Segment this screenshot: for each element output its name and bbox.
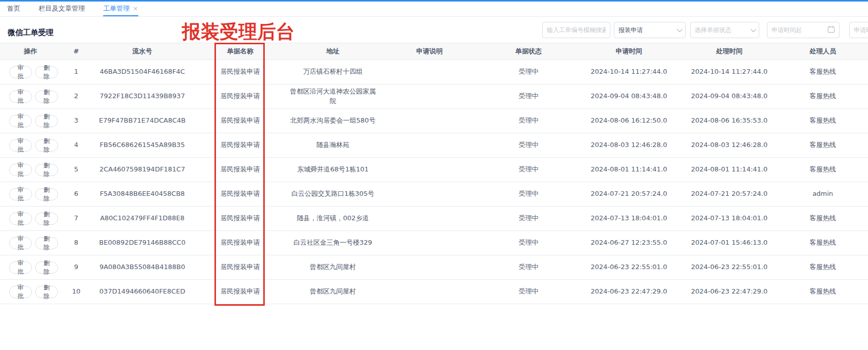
- address: 万店镇石桥村十四组: [287, 67, 379, 77]
- table-row: 审批 删除 8 BE00892DE79146B88CC0 居民报装申请 白云社区…: [0, 231, 868, 255]
- approve-button[interactable]: 审批: [9, 164, 32, 176]
- delete-button[interactable]: 删除: [35, 164, 58, 176]
- address: 曾都区九间屋村: [287, 287, 379, 297]
- handler: admin: [778, 189, 868, 199]
- tab-home[interactable]: 首页: [7, 2, 20, 16]
- row-index: 10: [61, 287, 91, 297]
- delete-button[interactable]: 删除: [35, 237, 58, 249]
- doc-status-placeholder: 选择单据状态: [695, 26, 731, 35]
- handle-time: 2024-06-23 22:47:29.0: [681, 287, 778, 297]
- order-number-search-field: [542, 22, 610, 38]
- serial-number: 9A080A3B55084B4188B0: [91, 262, 193, 272]
- apply-date-to-input[interactable]: [850, 22, 868, 38]
- doc-type-select[interactable]: 报装申请: [614, 22, 686, 38]
- tab-article-management-label: 栏目及文章管理: [39, 4, 85, 13]
- delete-button[interactable]: 删除: [35, 91, 58, 103]
- address-text: 东城舜井道68号1栋101: [297, 165, 369, 174]
- address-text: 北郊两水沟居委会一组580号: [290, 116, 376, 126]
- delete-button[interactable]: 删除: [35, 261, 58, 274]
- doc-name: 居民报装申请: [193, 287, 287, 297]
- header-serial: 流水号: [91, 47, 193, 56]
- row-actions: 审批 删除: [0, 213, 61, 225]
- delete-button[interactable]: 删除: [35, 213, 58, 225]
- delete-button[interactable]: 删除: [35, 66, 58, 78]
- handler: 客服热线: [778, 214, 868, 223]
- close-icon[interactable]: ×: [133, 5, 138, 12]
- apply-time: 2024-07-21 20:57:24.0: [577, 189, 681, 199]
- header-handle-time: 处理时间: [681, 47, 778, 56]
- handle-time: 2024-08-03 12:46:28.0: [681, 140, 778, 150]
- doc-status-select[interactable]: 选择单据状态: [690, 22, 759, 38]
- header-handler: 处理人员: [778, 47, 868, 56]
- row-index: 4: [61, 140, 91, 150]
- tab-work-order-management[interactable]: 工单管理 ×: [103, 2, 138, 16]
- address-text: 白云公园交叉路口1栋305号: [291, 189, 374, 199]
- serial-number: 2CA4607598194DF181C7: [91, 165, 193, 174]
- approve-button[interactable]: 审批: [9, 91, 32, 103]
- apply-time: 2024-06-23 22:47:29.0: [577, 287, 681, 297]
- address: 随县瀚林苑: [287, 140, 379, 150]
- row-actions: 审批 删除: [0, 66, 61, 78]
- serial-number: E79F47BB71E74DCA8C4B: [91, 116, 193, 126]
- approve-button[interactable]: 审批: [9, 66, 32, 78]
- table-row: 审批 删除 7 A80C102479FF4F1D88E8 居民报装申请 随县，淮…: [0, 207, 868, 231]
- tab-bar: 首页 栏目及文章管理 工单管理 ×: [0, 2, 868, 17]
- approve-button[interactable]: 审批: [9, 115, 32, 127]
- doc-name: 居民报装申请: [193, 189, 287, 199]
- table-row: 审批 删除 5 2CA4607598194DF181C7 居民报装申请 东城舜井…: [0, 158, 868, 182]
- row-index: 5: [61, 165, 91, 174]
- doc-status: 受理中: [480, 67, 577, 77]
- doc-name: 居民报装申请: [193, 67, 287, 77]
- row-actions: 审批 删除: [0, 261, 61, 274]
- doc-name: 居民报装申请: [193, 116, 287, 126]
- approve-button[interactable]: 审批: [9, 139, 32, 152]
- row-actions: 审批 删除: [0, 139, 61, 152]
- apply-date-from-input[interactable]: [767, 22, 827, 38]
- doc-status: 受理中: [480, 116, 577, 126]
- work-order-admin-page: 首页 栏目及文章管理 工单管理 × 微信工单受理 报装申请 选择单据状态: [0, 0, 868, 350]
- apply-date-from-field: [767, 22, 840, 38]
- work-order-table: 操作 # 流水号 单据名称 地址 申请说明 单据状态 申请时间 处理时间 处理人…: [0, 43, 868, 304]
- red-annotation-text: 报装受理后台: [182, 19, 297, 45]
- serial-number: 46BA3D51504F46168F4C: [91, 67, 193, 77]
- doc-status: 受理中: [480, 189, 577, 199]
- address-text: 曾都区九间屋村: [310, 262, 356, 272]
- approve-button[interactable]: 审批: [9, 188, 32, 200]
- tab-work-order-label: 工单管理: [103, 4, 130, 13]
- serial-number: 7922F18C3D11439B8937: [91, 92, 193, 101]
- handle-time: 2024-08-01 11:14:41.0: [681, 165, 778, 174]
- delete-button[interactable]: 删除: [35, 286, 58, 298]
- handler: 客服热线: [778, 287, 868, 297]
- approve-button[interactable]: 审批: [9, 286, 32, 298]
- apply-time: 2024-10-14 11:27:44.0: [577, 67, 681, 77]
- row-actions: 审批 删除: [0, 286, 61, 298]
- address-text: 随县瀚林苑: [317, 140, 350, 150]
- tab-article-management[interactable]: 栏目及文章管理: [39, 2, 85, 16]
- handler: 客服热线: [778, 116, 868, 126]
- approve-button[interactable]: 审批: [9, 237, 32, 249]
- header-apply-desc: 申请说明: [379, 47, 480, 56]
- delete-button[interactable]: 删除: [35, 139, 58, 152]
- delete-button[interactable]: 删除: [35, 115, 58, 127]
- header-doc-status: 单据状态: [480, 47, 577, 56]
- table-header-row: 操作 # 流水号 单据名称 地址 申请说明 单据状态 申请时间 处理时间 处理人…: [0, 43, 868, 60]
- address-text: 万店镇石桥村十四组: [303, 67, 363, 77]
- doc-status: 受理中: [480, 238, 577, 248]
- doc-name: 居民报装申请: [193, 262, 287, 272]
- serial-number: BE00892DE79146B88CC0: [91, 238, 193, 248]
- address: 曾都区九间屋村: [287, 262, 379, 272]
- address: 曾都区沿河大道神农公园家属院: [287, 87, 379, 106]
- apply-time: 2024-08-01 11:14:41.0: [577, 165, 681, 174]
- doc-status: 受理中: [480, 214, 577, 223]
- serial-number: 037D1494660640FE8CED: [91, 287, 193, 297]
- row-actions: 审批 删除: [0, 237, 61, 249]
- delete-button[interactable]: 删除: [35, 188, 58, 200]
- approve-button[interactable]: 审批: [9, 213, 32, 225]
- approve-button[interactable]: 审批: [9, 261, 32, 274]
- row-actions: 审批 删除: [0, 115, 61, 127]
- handler: 客服热线: [778, 262, 868, 272]
- page-title: 微信工单受理: [8, 28, 53, 38]
- handle-time: 2024-07-01 15:46:13.0: [681, 238, 778, 248]
- search-input[interactable]: [543, 22, 610, 38]
- row-index: 9: [61, 262, 91, 272]
